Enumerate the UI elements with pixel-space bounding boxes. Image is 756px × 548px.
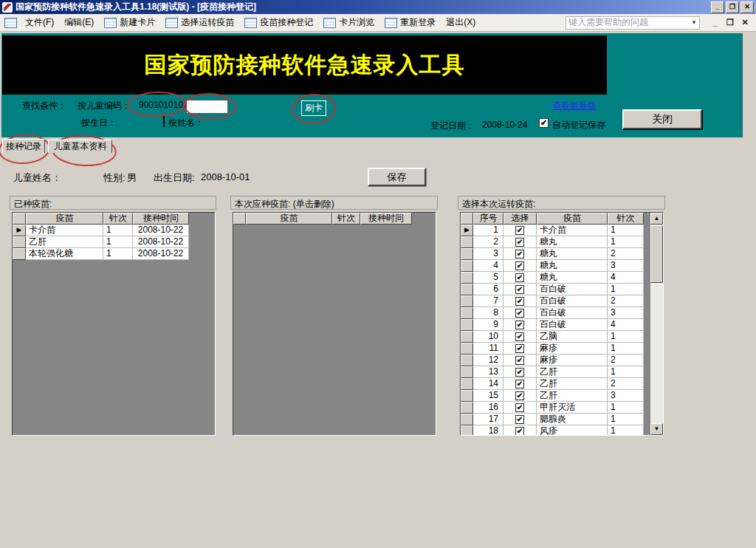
tab-vaccination-record[interactable]: 接种记录 — [2, 139, 45, 153]
checkbox-cell[interactable]: ✔ — [504, 307, 537, 319]
checkbox-cell[interactable]: ✔ — [504, 248, 537, 260]
swipe-card-button[interactable]: 刷卡 — [301, 100, 326, 116]
checkbox-cell[interactable]: ✔ — [504, 272, 537, 284]
autosave-checkbox[interactable]: ✔ — [539, 118, 549, 128]
table-row[interactable]: 9✔百白破4 — [461, 319, 663, 331]
checkbox-cell[interactable]: ✔ — [504, 402, 537, 414]
table-row[interactable]: 本轮强化糖12008-10-22 — [13, 248, 215, 260]
vaccine-checkbox[interactable]: ✔ — [515, 250, 524, 258]
table-row[interactable]: 18✔风疹1 — [461, 425, 663, 436]
menu-item[interactable]: 重新登录 — [379, 15, 441, 31]
table-row[interactable]: 5✔糖丸4 — [461, 272, 663, 284]
table-row[interactable]: 15✔乙肝3 — [461, 390, 663, 402]
menu-item[interactable]: 退出(X) — [441, 15, 481, 31]
row-selector-cell[interactable] — [461, 366, 473, 378]
vaccine-checkbox[interactable]: ✔ — [515, 380, 524, 388]
menu-item[interactable]: 选择运转疫苗 — [160, 15, 239, 31]
row-selector-cell[interactable] — [461, 343, 473, 355]
table-row[interactable]: 8✔百白破3 — [461, 307, 663, 319]
vaccine-checkbox[interactable]: ✔ — [515, 356, 524, 365]
vaccine-checkbox[interactable]: ✔ — [515, 321, 524, 329]
checkbox-cell[interactable]: ✔ — [504, 236, 537, 248]
menu-item[interactable]: 编辑(E) — [59, 15, 99, 31]
help-question-box[interactable]: 键入需要帮助的问题 ▼ — [566, 16, 700, 30]
table-row[interactable]: 乙肝12008-10-22 — [13, 236, 215, 248]
table-row[interactable]: 3✔糖丸2 — [461, 248, 663, 260]
checkbox-cell[interactable]: ✔ — [504, 378, 537, 390]
vaccine-checkbox[interactable]: ✔ — [515, 238, 524, 247]
row-selector-cell[interactable] — [461, 331, 473, 343]
vaccine-checkbox[interactable]: ✔ — [515, 309, 524, 318]
row-selector-cell[interactable] — [13, 236, 26, 248]
checkbox-cell[interactable]: ✔ — [504, 284, 537, 295]
vaccine-checkbox[interactable]: ✔ — [515, 332, 524, 341]
table-row[interactable]: ▶1✔卡介苗1 — [461, 225, 663, 236]
row-selector-cell[interactable] — [461, 260, 473, 272]
row-selector-cell[interactable] — [461, 307, 473, 319]
table-row[interactable]: ▶卡介苗12008-10-22 — [13, 225, 215, 236]
row-selector-cell[interactable] — [461, 402, 473, 414]
checkbox-cell[interactable]: ✔ — [504, 414, 537, 425]
menu-item[interactable]: 疫苗接种登记 — [239, 15, 318, 31]
vaccine-checkbox[interactable]: ✔ — [515, 226, 524, 235]
row-selector-cell[interactable] — [461, 295, 473, 307]
table-row[interactable]: 13✔乙肝1 — [461, 366, 663, 378]
row-selector-cell[interactable] — [461, 390, 473, 402]
app-icon[interactable] — [2, 2, 13, 13]
vaccine-checkbox[interactable]: ✔ — [515, 297, 524, 306]
mdi-close-button[interactable]: ✕ — [740, 18, 750, 27]
child-window-icon[interactable] — [4, 18, 17, 28]
row-selector-cell[interactable] — [461, 248, 473, 260]
tab-child-basic-info[interactable]: 儿童基本资料 — [48, 140, 112, 153]
checkbox-cell[interactable]: ✔ — [504, 295, 537, 307]
scroll-up-icon[interactable]: ▲ — [650, 213, 663, 225]
row-selector-cell[interactable]: ▶ — [461, 225, 473, 236]
vaccine-checkbox[interactable]: ✔ — [515, 415, 524, 424]
checkbox-cell[interactable]: ✔ — [504, 425, 537, 436]
checkbox-cell[interactable]: ✔ — [504, 319, 537, 331]
vaccine-checkbox[interactable]: ✔ — [515, 391, 524, 400]
row-selector-cell[interactable] — [461, 378, 473, 390]
row-selector-cell[interactable] — [461, 272, 473, 284]
close-button[interactable]: 关闭 — [622, 109, 702, 129]
checkbox-cell[interactable]: ✔ — [504, 390, 537, 402]
table-row[interactable]: 14✔乙肝2 — [461, 378, 663, 390]
row-selector-cell[interactable] — [13, 248, 26, 260]
mdi-minimize-button[interactable]: _ — [710, 18, 721, 27]
table-row[interactable]: 6✔百白破1 — [461, 284, 663, 295]
row-selector-cell[interactable] — [461, 236, 473, 248]
mdi-restore-button[interactable]: ❐ — [725, 18, 735, 27]
checkbox-cell[interactable]: ✔ — [504, 366, 537, 378]
scroll-down-icon[interactable]: ▼ — [650, 423, 663, 435]
table-row[interactable]: 16✔甲肝灭活1 — [461, 402, 663, 414]
row-selector-cell[interactable]: ▶ — [13, 225, 26, 236]
table-row[interactable]: 2✔糖丸1 — [461, 236, 663, 248]
menu-item[interactable]: 卡片浏览 — [318, 15, 379, 31]
checkbox-cell[interactable]: ✔ — [504, 331, 537, 343]
restore-button[interactable]: ❐ — [726, 1, 739, 13]
menu-item[interactable]: 新建卡片 — [99, 15, 160, 31]
checkbox-cell[interactable]: ✔ — [504, 260, 537, 272]
scrollbar-thumb[interactable] — [650, 225, 663, 283]
latest-version-link[interactable]: 查看最新版 — [552, 100, 597, 112]
vaccine-checkbox[interactable]: ✔ — [515, 261, 524, 270]
vaccine-checkbox[interactable]: ✔ — [515, 403, 524, 412]
checkbox-cell[interactable]: ✔ — [504, 355, 537, 366]
table-row[interactable]: 10✔乙脑1 — [461, 331, 663, 343]
save-button[interactable]: 保存 — [368, 168, 426, 186]
vaccine-checkbox[interactable]: ✔ — [515, 427, 524, 436]
row-selector-cell[interactable] — [461, 284, 473, 295]
table-row[interactable]: 7✔百白破2 — [461, 295, 663, 307]
vertical-scrollbar[interactable]: ▲ ▼ — [650, 213, 663, 435]
row-selector-cell[interactable] — [461, 355, 473, 366]
close-window-button[interactable]: ✕ — [740, 1, 754, 13]
vaccine-checkbox[interactable]: ✔ — [515, 285, 524, 294]
table-row[interactable]: 17✔腮腺炎1 — [461, 414, 663, 425]
vaccine-checkbox[interactable]: ✔ — [515, 368, 524, 377]
row-selector-cell[interactable] — [461, 414, 473, 425]
vaccine-checkbox[interactable]: ✔ — [515, 273, 524, 282]
vaccine-checkbox[interactable]: ✔ — [515, 344, 524, 353]
menu-item[interactable]: 文件(F) — [20, 15, 59, 31]
minimize-button[interactable]: _ — [711, 1, 724, 13]
row-selector-cell[interactable] — [461, 319, 473, 331]
